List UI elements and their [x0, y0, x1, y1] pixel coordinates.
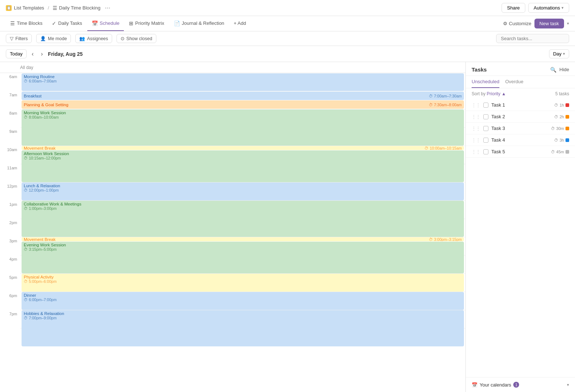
show-closed-button[interactable]: ⊙ Show closed	[117, 34, 156, 43]
calendar-icon: 📅	[472, 382, 477, 388]
allday-label: All day	[20, 65, 33, 70]
customize-label: Customize	[509, 21, 531, 26]
next-day-button[interactable]: ›	[39, 50, 45, 58]
drag-handle-icon[interactable]: ⋮⋮	[472, 114, 480, 119]
task-name: Task 2	[491, 114, 551, 119]
tasks-header-actions: 🔍 Hide	[550, 67, 569, 73]
current-date: Friday, Aug 25	[48, 51, 83, 57]
day-label: Day	[553, 51, 561, 57]
event-hobbies[interactable]: Hobbies & Relaxation ⏱7:00pm–9:00pm	[22, 310, 464, 346]
filters-button[interactable]: ▽ Filters	[6, 34, 32, 43]
assignees-icon: 👥	[79, 36, 85, 41]
duration-icon: ⏱	[554, 103, 558, 107]
calendars-label-group: 📅 Your calendars 1	[472, 382, 519, 388]
tab-journal[interactable]: 📄 Journal & Reflection	[170, 16, 229, 31]
automations-label: Automations	[534, 5, 560, 11]
tab-overdue[interactable]: Overdue	[505, 76, 523, 88]
new-task-chevron-icon[interactable]: ▾	[567, 21, 569, 26]
task-duration: 2h	[560, 115, 564, 119]
task-row[interactable]: ⋮⋮ Task 3 ⏱ 30m	[466, 123, 575, 134]
task-row[interactable]: ⋮⋮ Task 5 ⏱ 45m	[466, 146, 575, 158]
calendars-section[interactable]: 📅 Your calendars 1 ▾	[466, 377, 575, 392]
calendar-grid[interactable]: 6am 7am 8am 9am 10am 11am 12pm 1pm 2pm 3…	[0, 73, 465, 392]
tab-daily-tasks[interactable]: ✓ Daily Tasks	[47, 16, 87, 31]
list-icon: 📋	[6, 5, 12, 11]
filter-bar: ▽ Filters 👤 Me mode 👥 Assignees ⊙ Show c…	[0, 31, 575, 46]
drag-handle-icon[interactable]: ⋮⋮	[472, 103, 480, 108]
tasks-header: Tasks 🔍 Hide	[466, 62, 575, 76]
event-physical-activity[interactable]: Physical Activity ⏱5:00pm–6:00pm	[22, 274, 464, 292]
filter-icon: ▽	[10, 36, 14, 41]
event-morning-routine[interactable]: Morning Routine ⏱6:00am–7:00am	[22, 73, 464, 91]
task-checkbox[interactable]	[483, 138, 488, 143]
tab-schedule-label: Schedule	[100, 20, 119, 26]
assignees-label: Assignees	[87, 36, 108, 41]
event-morning-work[interactable]: Morning Work Session ⏱8:00am–10:00am	[22, 109, 464, 146]
more-options-button[interactable]: ···	[103, 3, 113, 12]
tasks-hide-button[interactable]: Hide	[559, 67, 569, 72]
priority-flag-red	[566, 103, 569, 107]
event-breakfast[interactable]: Breakfast ⏱7:00am–7:30am	[22, 92, 464, 100]
event-lunch[interactable]: Lunch & Relaxation ⏱12:00pm–1:00pm	[22, 182, 464, 200]
schedule-icon: 📅	[92, 20, 98, 26]
time-7am: 7am	[0, 91, 20, 109]
task-checkbox[interactable]	[483, 126, 488, 131]
time-1pm: 1pm	[0, 201, 20, 219]
tab-priority-matrix[interactable]: ⊞ Priority Matrix	[125, 16, 168, 31]
task-duration: 30m	[556, 126, 564, 131]
tasks-panel: Tasks 🔍 Hide Unscheduled Overdue Sort by…	[465, 62, 575, 392]
today-button[interactable]: Today	[6, 49, 27, 58]
share-button[interactable]: Share	[502, 3, 525, 13]
tab-add[interactable]: + Add	[229, 16, 251, 31]
day-view-button[interactable]: Day ▾	[549, 49, 569, 58]
time-11am: 11am	[0, 164, 20, 182]
drag-handle-icon[interactable]: ⋮⋮	[472, 126, 480, 131]
calendars-chevron-icon: ▾	[567, 383, 569, 387]
task-row[interactable]: ⋮⋮ Task 4 ⏱ 3h	[466, 134, 575, 146]
tab-journal-label: Journal & Reflection	[182, 20, 224, 26]
closed-icon: ⊙	[121, 36, 125, 41]
task-checkbox[interactable]	[483, 103, 488, 108]
automations-button[interactable]: Automations ▾	[528, 3, 569, 13]
task-row[interactable]: ⋮⋮ Task 1 ⏱ 1h	[466, 99, 575, 111]
task-duration: 1h	[560, 103, 564, 107]
duration-icon: ⏱	[551, 126, 555, 131]
task-checkbox[interactable]	[483, 114, 488, 119]
prev-day-button[interactable]: ‹	[30, 50, 36, 58]
tab-priority-matrix-label: Priority Matrix	[135, 20, 164, 26]
customize-button[interactable]: ⚙ Customize	[503, 21, 531, 26]
tasks-search-button[interactable]: 🔍	[550, 67, 556, 73]
tab-add-label: + Add	[234, 20, 246, 26]
event-planning[interactable]: Planning & Goal Setting ⏱7:30am–8:00am	[22, 100, 464, 109]
event-movement-break-1[interactable]: Movement Break ⏱10:00am–10:15am	[22, 146, 464, 150]
breadcrumb-list: List Templates	[14, 5, 44, 11]
priority-flag-orange	[566, 115, 569, 119]
tab-time-blocks-label: Time Blocks	[17, 20, 42, 26]
tab-bar-right: ⚙ Customize New task ▾	[503, 19, 569, 28]
drag-handle-icon[interactable]: ⋮⋮	[472, 149, 480, 154]
allday-row: All day	[0, 62, 465, 73]
tab-time-blocks[interactable]: ☰ Time Blocks	[6, 16, 47, 31]
event-dinner[interactable]: Dinner ⏱6:00pm–7:00pm	[22, 292, 464, 310]
event-movement-break-2[interactable]: Movement Break ⏱3:00pm–3:15pm	[22, 237, 464, 241]
task-checkbox[interactable]	[483, 149, 488, 154]
assignees-button[interactable]: 👥 Assignees	[75, 34, 112, 43]
drag-handle-icon[interactable]: ⋮⋮	[472, 138, 480, 143]
time-6am: 6am	[0, 73, 20, 91]
tab-schedule[interactable]: 📅 Schedule	[87, 16, 124, 31]
breadcrumb-page: Daily Time Blocking	[59, 5, 100, 11]
top-bar: 📋 List Templates / ☰ Daily Time Blocking…	[0, 0, 575, 16]
event-collaborative-work[interactable]: Collaborative Work & Meetings ⏱1:00pm–3:…	[22, 201, 464, 237]
tab-unscheduled[interactable]: Unscheduled	[472, 76, 499, 88]
breadcrumb-separator: /	[48, 5, 49, 11]
task-duration: 3h	[560, 138, 564, 142]
task-row[interactable]: ⋮⋮ Task 2 ⏱ 2h	[466, 111, 575, 123]
task-meta: ⏱ 1h	[554, 103, 569, 107]
search-input[interactable]	[496, 34, 569, 43]
event-afternoon-work[interactable]: Afternoon Work Session ⏱10:15am–12:00pm	[22, 150, 464, 182]
date-nav: Today ‹ › Friday, Aug 25 Day ▾	[0, 46, 575, 62]
sort-field[interactable]: Priority ▲	[487, 91, 506, 96]
me-mode-button[interactable]: 👤 Me mode	[36, 34, 71, 43]
new-task-button[interactable]: New task	[534, 19, 564, 28]
event-evening-work[interactable]: Evening Work Session ⏱3:15pm–5:00pm	[22, 242, 464, 273]
